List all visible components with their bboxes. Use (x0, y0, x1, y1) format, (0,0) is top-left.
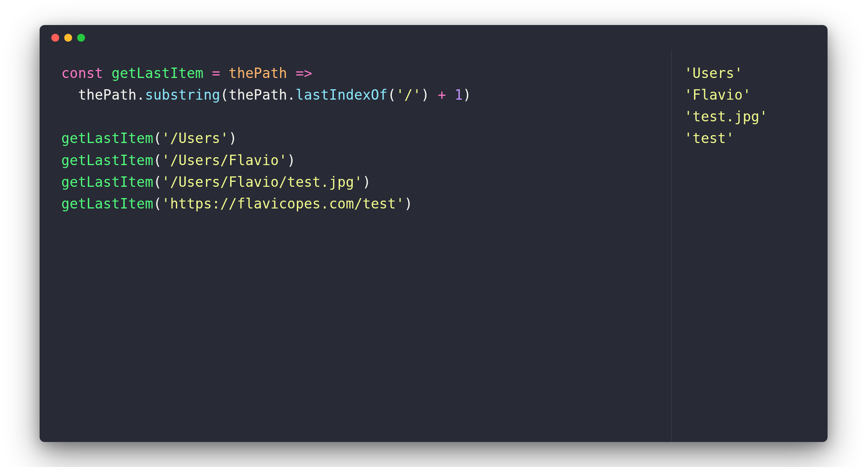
window-titlebar (40, 25, 828, 50)
code-line: thePath.substring(thePath.lastIndexOf('/… (61, 84, 659, 106)
code-token: ( (388, 87, 396, 103)
code-pane[interactable]: const getLastItem = thePath => thePath.s… (40, 50, 671, 442)
code-token: const (61, 65, 111, 81)
code-token: lastIndexOf (296, 87, 388, 103)
output-line: 'Users' (684, 63, 815, 84)
code-token: 1 (454, 87, 463, 103)
close-icon[interactable] (51, 34, 59, 42)
code-token: getLastItem (61, 196, 153, 212)
window-content: const getLastItem = thePath => thePath.s… (40, 50, 828, 442)
code-token: getLastItem (61, 130, 153, 146)
code-token: thePath (61, 87, 137, 103)
zoom-icon[interactable] (77, 34, 85, 42)
code-token: ) (463, 87, 471, 103)
code-line: getLastItem('https://flavicopes.com/test… (61, 193, 659, 215)
output-line: 'test' (684, 128, 815, 149)
code-token: ) (228, 130, 237, 146)
code-token: ( (153, 152, 162, 168)
code-line: const getLastItem = thePath => (61, 63, 659, 84)
code-token: thePath (228, 65, 296, 81)
output-line: 'Flavio' (684, 84, 815, 106)
code-token: '/Users/Flavio/test.jpg' (162, 174, 363, 190)
code-token: . (137, 87, 145, 103)
code-token: => (296, 65, 312, 81)
code-token: getLastItem (61, 174, 153, 190)
code-token: '/Users' (162, 130, 229, 146)
code-token: '/' (396, 87, 421, 103)
code-token: '/Users/Flavio' (162, 152, 287, 168)
code-token: . (287, 87, 296, 103)
code-token: getLastItem (61, 152, 153, 168)
code-line (61, 106, 659, 128)
code-line: getLastItem('/Users') (61, 128, 659, 149)
code-token: substring (145, 87, 221, 103)
code-token: ) (362, 174, 371, 190)
code-token: thePath (228, 87, 287, 103)
code-line: getLastItem('/Users/Flavio/test.jpg') (61, 171, 659, 193)
code-token: ) (421, 87, 438, 103)
code-token: ) (287, 152, 296, 168)
code-token: = (212, 65, 228, 81)
output-line: 'test.jpg' (684, 106, 815, 128)
code-token: getLastItem (111, 65, 212, 81)
output-pane: 'Users''Flavio''test.jpg''test' (671, 50, 828, 442)
code-token: ( (220, 87, 228, 103)
code-token: ( (153, 196, 162, 212)
code-line: getLastItem('/Users/Flavio') (61, 150, 659, 171)
code-token: ( (153, 130, 162, 146)
code-token: 'https://flavicopes.com/test' (162, 196, 404, 212)
code-window: const getLastItem = thePath => thePath.s… (40, 25, 828, 442)
minimize-icon[interactable] (64, 34, 72, 42)
code-token: + (438, 87, 454, 103)
code-token: ) (404, 196, 413, 212)
code-token: ( (153, 174, 162, 190)
